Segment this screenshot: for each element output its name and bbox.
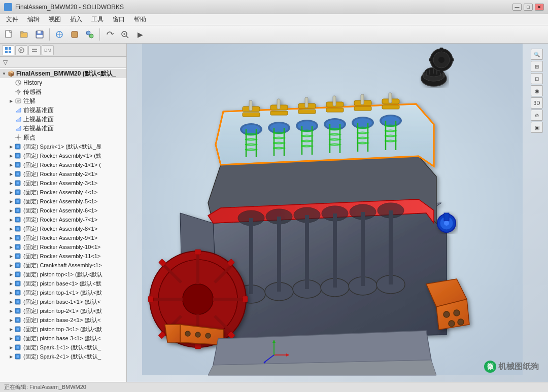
item-arrow[interactable]: ▶ <box>8 335 14 341</box>
menu-file[interactable]: 文件 <box>2 14 22 25</box>
root-arrow[interactable]: ▼ <box>1 70 7 77</box>
tree-item[interactable]: ▶ (固定) piston top<1> (默认<默认 <box>0 270 126 279</box>
tab-feature-manager[interactable] <box>2 45 14 55</box>
tree-item-sensor[interactable]: 传感器 <box>0 87 126 96</box>
item-arrow[interactable]: ▶ <box>8 153 14 159</box>
tree-item[interactable]: ▶ (固定) Spark-1<1> (默认<默认_ <box>0 343 126 352</box>
tree-item[interactable]: ▶ (固定) Rocker Assembly-2<1> <box>0 169 126 179</box>
tree-item[interactable]: ▶ (固定) piston base-3<1> (默认< <box>0 334 126 343</box>
tree-item[interactable]: ▶ (固定) Rocker Assembly-7<1> <box>0 215 126 224</box>
toolbar-new[interactable] <box>2 27 16 42</box>
item-arrow[interactable]: ▶ <box>8 207 14 213</box>
view-zoom-box-btn[interactable]: ⊞ <box>531 61 543 72</box>
tree-item[interactable]: ▶ (固定) Rocker Assembly-11<1> <box>0 252 126 261</box>
item-arrow[interactable]: ▶ <box>8 280 14 287</box>
item-arrow[interactable]: ▶ <box>8 317 14 323</box>
menu-view[interactable]: 视图 <box>45 14 65 25</box>
item-arrow[interactable]: ▶ <box>8 326 14 332</box>
tree-item[interactable]: ▶ (固定) Rocker Assembly-6<1> <box>0 206 126 215</box>
svg-rect-4 <box>38 31 41 33</box>
minimize-button[interactable]: — <box>512 4 522 11</box>
tab-property-manager[interactable]: P <box>15 45 27 55</box>
tree-item[interactable]: ▶ (固定) Spark-2<1> (默认<默认_ <box>0 352 126 361</box>
tree-item[interactable]: ▶ (固定) piston base<1> (默认<默 <box>0 279 126 288</box>
tree-item[interactable]: ▶ (固定) piston top-3<1> (默认<默 <box>0 325 126 334</box>
tree-item[interactable]: ▶ (固定) Rocker Assembly-8<1> <box>0 224 126 233</box>
view-previous-btn[interactable]: ⊡ <box>531 73 543 84</box>
item-arrow[interactable]: ▶ <box>8 198 14 204</box>
view-section-btn[interactable]: ⊘ <box>531 110 543 121</box>
item-arrow[interactable]: ▶ <box>8 217 14 223</box>
tree-root-item[interactable]: ▼ 📦 FinalAssem_BMWM20 (默认<默认_ <box>0 69 126 78</box>
tree-item-front-plane[interactable]: 前视基准面 <box>0 105 126 115</box>
menu-edit[interactable]: 编辑 <box>23 14 44 25</box>
window-controls[interactable]: — □ ✕ <box>512 4 544 11</box>
tab-config-manager[interactable] <box>28 45 41 55</box>
tree-item[interactable]: ▶ (固定) Rocker Assembly-1<1> ( <box>0 160 126 169</box>
item-arrow[interactable]: ▶ <box>8 189 14 195</box>
tree-container[interactable]: ▼ 📦 FinalAssem_BMWM20 (默认<默认_ History <box>0 68 126 382</box>
toolbar-view-orient[interactable]: ▶ <box>133 27 147 42</box>
svg-point-10 <box>86 31 90 35</box>
menu-insert[interactable]: 插入 <box>66 14 86 25</box>
menu-tools[interactable]: 工具 <box>87 14 108 25</box>
tab-dme[interactable]: DM <box>42 45 54 55</box>
item-arrow[interactable]: ▶ <box>8 162 14 168</box>
toolbar-zoom[interactable] <box>118 27 132 42</box>
item-arrow[interactable]: ▶ <box>8 299 14 305</box>
item-arrow[interactable]: ▶ <box>8 171 14 177</box>
svg-point-93 <box>298 121 316 130</box>
tree-item[interactable]: ▶ (固定) Rocker Assembly<1> (默 <box>0 151 126 160</box>
item-arrow[interactable]: ▶ <box>8 344 14 350</box>
item-arrow[interactable]: ▶ <box>8 290 14 296</box>
item-arrow[interactable]: ▶ <box>8 271 14 277</box>
tree-item[interactable]: ▶ (固定) Rocker Assembly-10<1> <box>0 242 126 252</box>
toolbar-save[interactable] <box>32 27 47 42</box>
tree-item[interactable]: ▶ (固定) Rocker Assembly-9<1> <box>0 233 126 242</box>
item-arrow[interactable]: ▶ <box>8 262 14 268</box>
tree-item[interactable]: ▶ (固定) Crankshaft Assembly<1> <box>0 261 126 270</box>
tree-item-top-plane[interactable]: 上视基准面 <box>0 115 126 124</box>
close-button[interactable]: ✕ <box>535 4 544 11</box>
view-zoom-in-btn[interactable]: 🔍 <box>531 49 543 60</box>
item-arrow[interactable]: ▶ <box>8 235 14 241</box>
tree-item[interactable]: ▶ (固定) piston base-2<1> (默认< <box>0 315 126 325</box>
annotation-arrow[interactable]: ▶ <box>8 98 14 104</box>
tree-item-annotation[interactable]: ▶ 注解 <box>0 96 126 105</box>
item-arrow[interactable]: ▶ <box>8 144 14 150</box>
part-label: (固定) Rocker Assembly-6<1> <box>23 207 97 215</box>
tree-item[interactable]: ▶ (固定) Rocker Assembly-5<1> <box>0 197 126 206</box>
toolbar-sketch[interactable] <box>52 27 66 42</box>
toolbar-feature[interactable] <box>67 27 82 42</box>
svg-rect-9 <box>72 31 78 38</box>
toolbar-rotate[interactable] <box>102 27 117 42</box>
part-label: (固定) Rocker Assembly-9<1> <box>23 234 97 242</box>
item-arrow[interactable]: ▶ <box>8 244 14 250</box>
view-orient-btn[interactable]: ◉ <box>531 85 543 96</box>
tree-item-origin[interactable]: 原点 <box>0 133 126 142</box>
item-arrow[interactable]: ▶ <box>8 253 14 259</box>
menu-help[interactable]: 帮助 <box>130 14 150 25</box>
view-display-btn[interactable]: ▣ <box>531 122 543 133</box>
item-arrow[interactable]: ▶ <box>8 308 14 314</box>
tree-item-history[interactable]: History <box>0 78 126 87</box>
item-arrow[interactable]: ▶ <box>8 180 14 186</box>
tree-item-right-plane[interactable]: 右视基准面 <box>0 124 126 133</box>
origin-arrow <box>8 134 14 140</box>
item-arrow[interactable]: ▶ <box>8 353 14 360</box>
menu-window[interactable]: 窗口 <box>109 14 129 25</box>
svg-point-156 <box>195 332 200 337</box>
part-icon <box>14 307 22 314</box>
tree-item[interactable]: ▶ (固定) Rocker Assembly-3<1> <box>0 179 126 188</box>
toolbar-assembly[interactable] <box>83 27 97 42</box>
tree-item[interactable]: ▶ (固定) piston base-1<1> (默认< <box>0 297 126 306</box>
viewport[interactable]: 🔍 🔎 ⊡ ↺ ✥ ⊘ ◉ ▷ <box>127 44 548 382</box>
view-3d-btn[interactable]: 3D <box>531 97 543 109</box>
tree-item[interactable]: ▶ (固定) Rocker Assembly-4<1> <box>0 188 126 197</box>
item-arrow[interactable]: ▶ <box>8 226 14 232</box>
tree-item[interactable]: ▶ (固定) piston top-1<1> (默认<默 <box>0 288 126 297</box>
maximize-button[interactable]: □ <box>524 4 533 11</box>
toolbar-open[interactable] <box>17 27 31 42</box>
tree-item[interactable]: ▶ (固定) Spark<1> (默认<默认_显 <box>0 142 126 151</box>
tree-item[interactable]: ▶ (固定) piston top-2<1> (默认<默 <box>0 306 126 315</box>
